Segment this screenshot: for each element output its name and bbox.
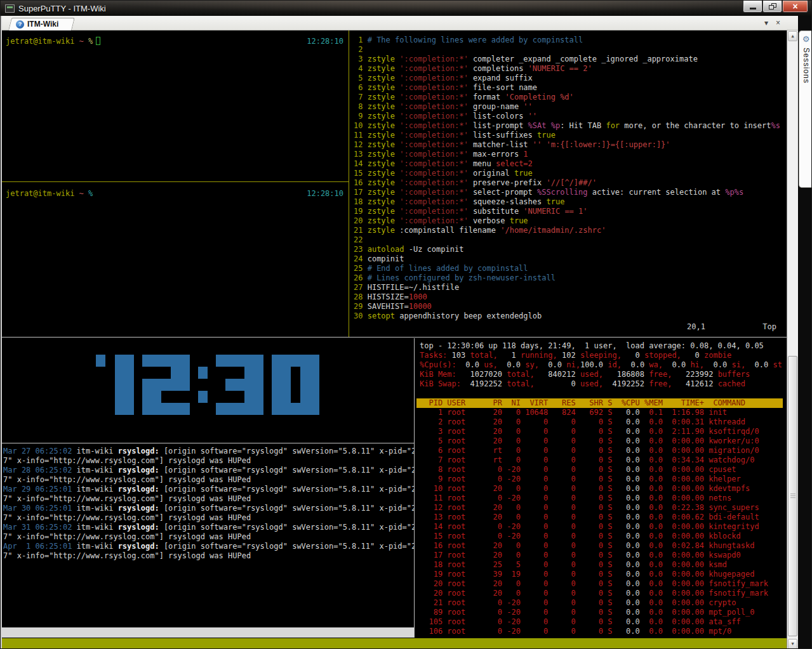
terminal-line: 25 # End of lines added by compinstall (354, 264, 787, 273)
terminal-line: 27 HISTFILE=~/.histfile (354, 283, 787, 292)
pane-border-horizontal-2[interactable] (1, 443, 414, 443)
terminal-line: 18 root 25 5 0 0 0 S 0.0 0.0 0:00.00 ksm… (420, 560, 768, 570)
terminal-line: Apr 1 06:25:01 itm-wiki rsyslogd: [origi… (3, 542, 414, 551)
title-bar: SuperPuTTY - ITM-Wiki × (1, 1, 812, 16)
maximize-button[interactable] (762, 1, 782, 13)
terminal-line: 15 zstyle ':completion:*' original true (354, 169, 787, 178)
cursor-position: 20,1 (687, 322, 705, 332)
terminal-line: 14 root 0 -20 0 0 0 S 0.0 0.0 0:00.00 ki… (420, 522, 768, 532)
terminal-line: 7" x-info="http://www.rsyslog.com"] rsys… (3, 475, 414, 485)
pane-border-horizontal[interactable] (1, 337, 787, 338)
clock-display (1, 338, 414, 415)
terminal-line: 5 root 20 0 0 0 0 S 0.0 0.0 0:00.00 kwor… (420, 436, 768, 446)
tab-itm-wiki[interactable]: ? ITM-Wiki (8, 18, 72, 30)
terminal-line: Mar 29 06:25:01 itm-wiki rsyslogd: [orig… (3, 485, 414, 494)
clock-digit (142, 355, 190, 415)
terminal-line: 14 zstyle ':completion:*' menu select=2 (354, 159, 787, 169)
session-help-icon: ? (16, 20, 24, 29)
terminal-line: Mar 30 06:25:01 itm-wiki rsyslogd: [orig… (3, 504, 414, 513)
terminal-line: 6 zstyle ':completion:*' file-sort name (354, 83, 787, 93)
terminal-line: 20 zstyle ':completion:*' verbose true (354, 216, 787, 226)
top-summary: top - 12:30:06 up 118 days, 21:49, 1 use… (420, 341, 782, 389)
terminal-line: KiB Swap: 4192252 total, 0 used, 4192252… (420, 379, 782, 389)
app-icon (5, 4, 15, 13)
tab-close-icon[interactable]: × (776, 18, 780, 27)
pane-border-vertical-active[interactable] (349, 30, 349, 337)
log-lines: Mar 27 06:25:02 itm-wiki rsyslogd: [orig… (1, 444, 414, 561)
close-button[interactable]: × (782, 1, 808, 13)
terminal-line: 19 zstyle ':completion:*' substitute 'NU… (354, 207, 787, 216)
terminal-line: 1 # The following lines were added by co… (354, 36, 787, 45)
terminal-line: %Cpu(s): 0.0 us, 0.0 sy, 0.0 ni,100.0 id… (420, 360, 782, 370)
pane-shell-middle[interactable]: jetrat@itm-wiki ~ % 12:28:10 (1, 183, 349, 336)
pane-border-vertical[interactable] (414, 338, 415, 638)
terminal-line: 23 autoload -Uz compinit (354, 245, 787, 254)
pane-log[interactable]: Mar 27 06:25:02 itm-wiki rsyslogd: [orig… (1, 444, 414, 638)
terminal-line: 21 root 0 -20 0 0 0 S 0.0 0.0 0:00.00 cr… (420, 598, 768, 608)
terminal-line: 17 root 20 0 0 0 0 S 0.0 0.0 0:00.00 ksw… (420, 551, 768, 560)
terminal-line: jetrat@itm-wiki ~ % (6, 189, 349, 199)
terminal-line: 4 zstyle ':completion:*' completions 'NU… (354, 64, 787, 74)
restore-icon (769, 3, 776, 10)
shell-prompt: jetrat@itm-wiki ~ % (6, 189, 349, 199)
pane-top[interactable]: top - 12:30:06 up 118 days, 21:49, 1 use… (416, 338, 787, 638)
sessions-side-tab[interactable]: ⚙ Sessions (799, 30, 812, 188)
terminal-line: 7" x-info="http://www.rsyslog.com"] rsys… (3, 551, 414, 561)
terminal-line: 2 (354, 45, 787, 55)
gear-icon: ⚙ (802, 35, 810, 44)
terminal-line: 9 root 0 -20 0 0 0 S 0.0 0.0 0:00.00 khe… (420, 475, 768, 484)
scrollbar-down-button[interactable]: ▼ (788, 639, 797, 649)
scrollbar-up-button[interactable]: ▲ (788, 31, 797, 41)
pane-border-horizontal-active[interactable] (1, 181, 349, 182)
terminal-line: 5 zstyle ':completion:*' expand suffix (354, 74, 787, 83)
tab-list-dropdown-icon[interactable]: ▾ (764, 18, 768, 27)
superputty-window: SuperPuTTY - ITM-Wiki × ? ITM-Wiki ▾ × j… (0, 0, 812, 649)
terminal-line: 15 root 0 -20 0 0 0 S 0.0 0.0 0:00.00 kb… (420, 532, 768, 541)
editor-lines: 1 # The following lines were added by co… (354, 36, 787, 321)
terminal-line: Mar 28 06:25:02 itm-wiki rsyslogd: [orig… (3, 466, 414, 475)
terminal-line: 21 zstyle :compinstall filename '/home/i… (354, 226, 787, 235)
terminal-line: 8 root 0 -20 0 0 0 S 0.0 0.0 0:00.00 cpu… (420, 465, 768, 475)
terminal-line: 7 zstyle ':completion:*' format 'Complet… (354, 93, 787, 102)
terminal-line: 7" x-info="http://www.rsyslog.com"] rsys… (3, 494, 414, 504)
window-title: SuperPuTTY - ITM-Wiki (18, 4, 106, 13)
terminal-line: 26 # Lines configured by zsh-newuser-ins… (354, 273, 787, 283)
scroll-up-icon: ▲ (791, 34, 794, 39)
minimize-button[interactable] (743, 1, 762, 13)
sessions-label: Sessions (802, 48, 811, 84)
minimize-icon (750, 8, 756, 10)
terminal-line: 8 zstyle ':completion:*' group-name '' (354, 102, 787, 112)
prompt-timestamp: 12:28:10 (307, 189, 343, 199)
scrollbar-grip-icon (790, 494, 795, 499)
terminal-line: 29 SAVEHIST=10000 (354, 302, 787, 311)
terminal-line: 24 compinit (354, 254, 787, 264)
terminal-line: 7" x-info="http://www.rsyslog.com"] rsys… (3, 532, 414, 542)
terminal-line: 9 zstyle ':completion:*' list-colors '' (354, 112, 787, 121)
terminal-line: 12 zstyle ':completion:*' matcher-list '… (354, 140, 787, 150)
terminal-line: 22 (354, 235, 787, 245)
terminal-line: 18 zstyle ':completion:*' squeeze-slashe… (354, 197, 787, 207)
scrollbar-thumb[interactable] (788, 356, 797, 636)
pane-editor[interactable]: 1 # The following lines were added by co… (349, 30, 787, 337)
tmux-status-bar: [jetrat] 0:main* 1:logs 2:important_stuf… (1, 638, 787, 649)
window-edge (1, 16, 2, 649)
terminal-line: 3 zstyle ':completion:*' completer _expa… (354, 55, 787, 64)
scroll-down-icon: ▼ (791, 641, 794, 646)
shell-prompt: jetrat@itm-wiki ~ % (6, 37, 349, 46)
top-table-header: PID USER PR NI VIRT RES SHR S %CPU %MEM … (416, 398, 783, 408)
pane-shell-top[interactable]: jetrat@itm-wiki ~ % 12:28:10 (1, 30, 349, 181)
scrollbar[interactable]: ▲ ▼ (787, 30, 798, 649)
terminal-line: 10 root 20 0 0 0 0 S 0.0 0.0 0:00.00 kde… (420, 484, 768, 494)
clock-digit (96, 355, 134, 415)
terminal-line: Mar 27 06:25:02 itm-wiki rsyslogd: [orig… (3, 447, 414, 456)
terminal-line: 17 zstyle ':completion:*' select-prompt … (354, 188, 787, 197)
terminal-line: 7 root rt 0 0 0 0 S 0.0 0.0 0:34.34 watc… (420, 456, 768, 465)
pane-clock[interactable] (1, 338, 414, 443)
terminal-line: 12 root 20 0 0 0 0 S 0.0 0.0 0:22.38 syn… (420, 503, 768, 513)
terminal-line: jetrat@itm-wiki ~ % (6, 37, 349, 46)
terminal-line: top - 12:30:06 up 118 days, 21:49, 1 use… (420, 341, 782, 351)
terminal-line: 1 root 20 0 10648 824 692 S 0.0 0.1 1:16… (420, 408, 768, 417)
terminal-line: 30 setopt appendhistory beep extendedglo… (354, 311, 787, 321)
close-icon: × (792, 1, 797, 11)
clock-digit (272, 355, 319, 415)
